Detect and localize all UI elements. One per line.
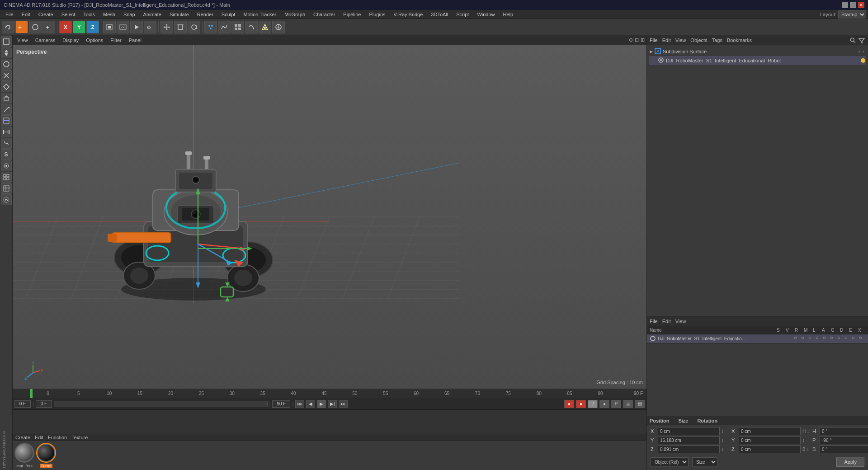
attr-menu-edit[interactable]: Edit: [662, 319, 671, 324]
attr-icon-m[interactable]: ⊙: [816, 336, 822, 342]
lt-magnet[interactable]: S: [1, 149, 12, 160]
lt-rotate[interactable]: [1, 70, 12, 81]
tool-spline[interactable]: [218, 21, 231, 33]
obj-search-icon[interactable]: [849, 37, 856, 44]
vp-menu-filter[interactable]: Filter: [108, 37, 124, 44]
lt-poly[interactable]: [1, 81, 12, 92]
menu-plugins[interactable]: Plugins: [365, 11, 389, 18]
obj-menu-bookmarks[interactable]: Bookmarks: [727, 38, 752, 43]
tool-cross-plus[interactable]: ✦: [42, 21, 55, 33]
lt-bridge[interactable]: [1, 127, 12, 137]
lt-stitch[interactable]: [1, 138, 12, 149]
apply-button[interactable]: Apply: [836, 457, 864, 467]
tool-render-region[interactable]: [103, 21, 116, 33]
menu-mograph[interactable]: MoGraph: [281, 11, 309, 18]
attr-icon-a[interactable]: ⊙: [830, 336, 836, 342]
timeline-frame-display[interactable]: [36, 400, 52, 408]
menu-simulate[interactable]: Simulate: [166, 11, 193, 18]
menu-edit[interactable]: Edit: [18, 11, 34, 18]
vp-menu-display[interactable]: Display: [60, 37, 81, 44]
timeline-scrubber[interactable]: [54, 401, 268, 407]
menu-tools[interactable]: Tools: [80, 11, 99, 18]
coord-z-rot-input[interactable]: [820, 445, 868, 453]
coord-mode-dropdown[interactable]: Object (Rel) World: [651, 457, 689, 466]
tool-circle[interactable]: [29, 21, 42, 33]
coord-x-size-input[interactable]: [739, 427, 801, 435]
tool-scale[interactable]: [174, 21, 187, 33]
attr-menu-view[interactable]: View: [675, 319, 686, 324]
menu-snap[interactable]: Snap: [120, 11, 139, 18]
coord-z-size-input[interactable]: [739, 445, 801, 453]
menu-select[interactable]: Select: [58, 11, 79, 18]
timeline-prev-frame[interactable]: ◀: [306, 400, 315, 408]
lt-select[interactable]: [1, 36, 12, 47]
close-button[interactable]: ✕: [858, 2, 864, 8]
coord-y-rot-input[interactable]: [820, 436, 868, 444]
menu-help[interactable]: Help: [500, 11, 517, 18]
obj-menu-view[interactable]: View: [675, 38, 686, 43]
timeline-record-auto[interactable]: ●: [599, 400, 609, 408]
timeline-open-manager[interactable]: ▤: [635, 400, 645, 408]
material-item-mat-bas[interactable]: mat_Bas: [14, 443, 34, 468]
attr-icon-v[interactable]: ⊙: [801, 336, 807, 342]
maximize-button[interactable]: □: [850, 2, 856, 8]
undo-button[interactable]: [2, 21, 14, 33]
timeline-record-param[interactable]: P: [611, 400, 621, 408]
tool-paint[interactable]: [272, 21, 285, 33]
coord-z-pos-input[interactable]: [658, 445, 720, 453]
timeline-goto-end[interactable]: ⏭: [339, 400, 348, 408]
obj-menu-tags[interactable]: Tags: [712, 38, 722, 43]
tool-x-axis[interactable]: X: [59, 21, 72, 33]
lt-texture[interactable]: [1, 183, 12, 194]
material-item-turret[interactable]: Turret: [36, 443, 56, 468]
timeline-record-position[interactable]: ●: [564, 400, 574, 408]
tool-render-settings[interactable]: ⚙: [144, 21, 156, 33]
lt-scale[interactable]: [1, 59, 12, 70]
obj-menu-edit[interactable]: Edit: [662, 38, 671, 43]
timeline-next-frame[interactable]: ▶|: [328, 400, 337, 408]
attr-icon-r[interactable]: ⊙: [808, 336, 815, 342]
menu-script[interactable]: Script: [453, 11, 472, 18]
tool-render-picture-viewer[interactable]: [117, 21, 129, 33]
attr-icon-d[interactable]: ⊙: [844, 336, 851, 342]
lt-extrude[interactable]: [1, 93, 12, 103]
coord-x-pos-input[interactable]: [658, 427, 720, 435]
obj-menu-objects[interactable]: Objects: [690, 38, 707, 43]
menu-animate[interactable]: Animate: [140, 11, 165, 18]
tool-deform[interactable]: [245, 21, 258, 33]
coord-y-size-input[interactable]: [739, 436, 801, 444]
timeline-key-manager[interactable]: ≡: [623, 400, 633, 408]
menu-3dtoall[interactable]: 3DToAll: [427, 11, 452, 18]
tool-y-axis[interactable]: Y: [73, 21, 85, 33]
attr-menu-file[interactable]: File: [650, 319, 658, 324]
coord-y-pos-input[interactable]: [658, 436, 720, 444]
vp-menu-cameras[interactable]: Cameras: [33, 37, 58, 44]
menu-character[interactable]: Character: [310, 11, 339, 18]
lt-loop[interactable]: [1, 115, 12, 126]
timeline-record-scale[interactable]: ●: [576, 400, 586, 408]
viewport-canvas[interactable]: Perspective X Y Z Grid Spacing : 10 cm: [13, 45, 646, 389]
menu-motiontracker[interactable]: Motion Tracker: [240, 11, 280, 18]
attr-row-robomaster[interactable]: DJI_RoboMaster_S1_Intelligent_Educationa…: [647, 334, 868, 343]
mat-menu-edit[interactable]: Edit: [35, 435, 43, 440]
menu-create[interactable]: Create: [35, 11, 57, 18]
vp-menu-options[interactable]: Options: [83, 37, 106, 44]
vp-menu-view[interactable]: View: [14, 37, 31, 44]
layout-dropdown[interactable]: Startup: [838, 10, 866, 19]
tool-rotate[interactable]: [188, 21, 200, 33]
obj-row-subdivision[interactable]: ▶ Subdivision Surface ✓ ✓: [649, 47, 866, 56]
menu-pipeline[interactable]: Pipeline: [340, 11, 364, 18]
timeline-frame-input[interactable]: [14, 400, 31, 408]
size-mode-dropdown[interactable]: Size Scale: [692, 457, 717, 466]
obj-filter-icon[interactable]: [858, 37, 865, 44]
tool-camera-light[interactable]: [259, 21, 271, 33]
attr-icon-x[interactable]: ⊙: [859, 336, 865, 342]
lt-soft-select[interactable]: [1, 160, 12, 171]
mat-menu-function[interactable]: Function: [48, 435, 67, 440]
tool-particle[interactable]: [204, 21, 217, 33]
attr-icon-s[interactable]: ⊙: [794, 336, 800, 342]
mat-menu-create[interactable]: Create: [15, 435, 30, 440]
tool-render-active[interactable]: [130, 21, 143, 33]
menu-file[interactable]: File: [2, 11, 17, 18]
menu-vray[interactable]: V-Ray Bridge: [390, 11, 427, 18]
